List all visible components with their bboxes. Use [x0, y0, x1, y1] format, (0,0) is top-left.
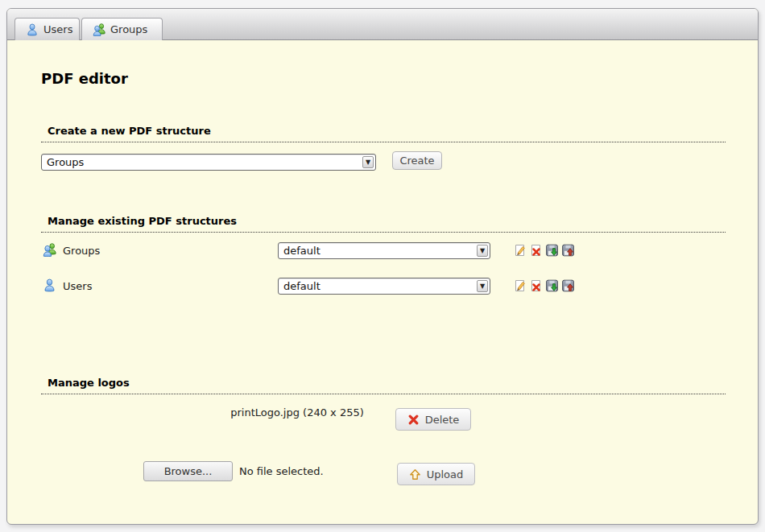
- structure-row-users: Users default ▼: [41, 278, 726, 295]
- browse-button[interactable]: Browse...: [143, 461, 233, 481]
- create-structure-select-value: Groups: [47, 156, 84, 168]
- chevron-down-icon: ▼: [362, 156, 374, 168]
- structure-select-groups[interactable]: default ▼: [278, 242, 490, 259]
- pdf-editor-panel: Users Groups PDF editor Create a new PDF…: [6, 8, 759, 525]
- import-structure-icon[interactable]: [562, 279, 574, 292]
- create-button-label: Create: [399, 155, 434, 167]
- import-structure-icon[interactable]: [562, 244, 574, 257]
- tab-users[interactable]: Users: [14, 18, 80, 40]
- structure-row-label: Users: [63, 278, 92, 295]
- create-structure-select[interactable]: Groups ▼: [41, 154, 376, 171]
- tab-bar: Users Groups: [7, 9, 758, 40]
- export-structure-icon[interactable]: [546, 244, 558, 257]
- export-structure-icon[interactable]: [546, 279, 558, 292]
- structure-row-label: Groups: [63, 242, 100, 259]
- user-icon: [43, 278, 56, 292]
- chevron-down-icon: ▼: [477, 245, 488, 257]
- delete-structure-icon[interactable]: [530, 244, 542, 257]
- structure-row-groups: Groups default ▼: [41, 242, 726, 260]
- delete-x-icon: [407, 414, 420, 426]
- delete-structure-icon[interactable]: [530, 279, 542, 292]
- manage-section-heading: Manage existing PDF structures: [41, 215, 726, 233]
- structure-select-value: default: [283, 280, 320, 292]
- file-status-text: No file selected.: [239, 461, 324, 481]
- create-button[interactable]: Create: [392, 151, 442, 170]
- upload-button-label: Upload: [427, 468, 464, 480]
- tab-groups[interactable]: Groups: [81, 18, 163, 40]
- group-icon: [43, 243, 56, 257]
- tab-users-label: Users: [43, 23, 72, 35]
- structure-select-users[interactable]: default ▼: [278, 278, 490, 295]
- upload-arrow-icon: [409, 468, 421, 480]
- browse-button-label: Browse...: [164, 465, 213, 477]
- chevron-down-icon: ▼: [477, 280, 488, 292]
- create-section-heading: Create a new PDF structure: [41, 125, 726, 142]
- logos-section-heading: Manage logos: [41, 377, 726, 394]
- edit-icon[interactable]: [514, 279, 526, 292]
- edit-icon[interactable]: [514, 244, 526, 257]
- page-title: PDF editor: [41, 70, 128, 87]
- structure-select-value: default: [283, 245, 320, 257]
- upload-button[interactable]: Upload: [397, 463, 475, 485]
- delete-logo-label: Delete: [425, 414, 460, 426]
- group-icon: [93, 23, 105, 36]
- user-icon: [26, 23, 39, 36]
- tab-groups-label: Groups: [110, 23, 147, 35]
- delete-logo-button[interactable]: Delete: [395, 408, 471, 431]
